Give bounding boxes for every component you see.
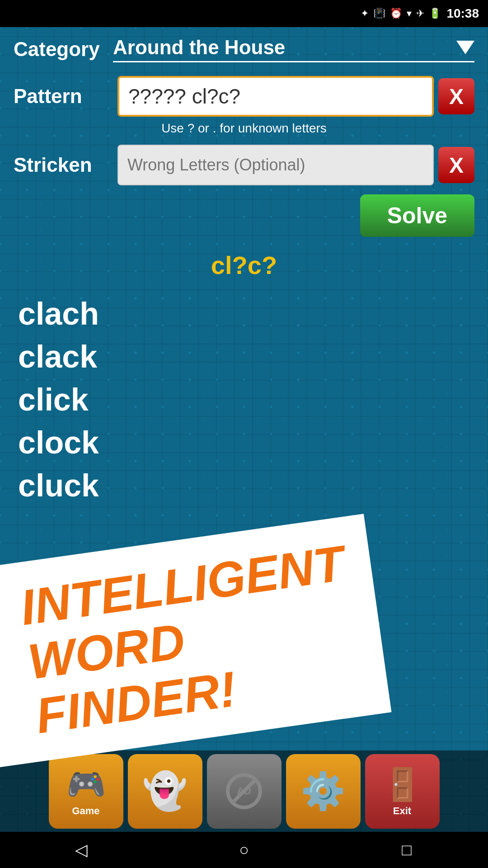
status-bar: ✦ 📳 ⏰ ▾ ✈ 🔋 10:38: [0, 0, 488, 27]
game-label: Game: [72, 805, 99, 817]
solve-button[interactable]: Solve: [360, 194, 474, 237]
battery-icon: 🔋: [429, 8, 441, 19]
word-list: clach clack click clock cluck: [14, 293, 474, 506]
ghost-icon: 👻: [142, 770, 188, 812]
home-button[interactable]: ○: [230, 836, 258, 863]
gear-icon: ⚙️: [300, 770, 346, 812]
back-icon: ◁: [75, 840, 88, 859]
stricken-row: Stricken X: [14, 145, 474, 185]
list-item[interactable]: clock: [14, 422, 474, 463]
status-icons: ✦ 📳 ⏰ ▾ ✈ 🔋: [361, 8, 441, 19]
category-label: Category: [14, 38, 113, 61]
wifi-icon: ▾: [407, 8, 412, 19]
airplane-icon: ✈: [416, 8, 424, 19]
exit-button[interactable]: 🚪 Exit: [365, 754, 440, 829]
main-content: Category Around the House Pattern X Use …: [0, 27, 488, 515]
nav-bar: ◁ ○ □: [0, 832, 488, 868]
settings-button[interactable]: ⚙️: [286, 754, 361, 829]
stricken-input[interactable]: [117, 145, 434, 185]
list-item[interactable]: clach: [14, 293, 474, 334]
solve-row: Solve: [14, 194, 474, 237]
recent-button[interactable]: □: [393, 836, 420, 863]
query-display: cl?c?: [14, 250, 474, 280]
stricken-clear-button[interactable]: X: [438, 147, 474, 183]
pattern-row: Pattern X: [14, 76, 474, 117]
pattern-clear-button[interactable]: X: [438, 78, 474, 114]
ghost-button[interactable]: 👻: [128, 754, 202, 829]
pattern-input[interactable]: [117, 76, 434, 117]
no-ads-button[interactable]: AD: [207, 754, 282, 829]
stricken-label: Stricken: [14, 154, 113, 176]
list-item[interactable]: click: [14, 379, 474, 420]
alarm-icon: ⏰: [390, 8, 402, 19]
category-row: Category Around the House: [14, 36, 474, 67]
vibrate-icon: 📳: [373, 8, 385, 19]
category-dropdown[interactable]: Around the House: [113, 36, 474, 62]
recent-icon: □: [402, 840, 412, 859]
bluetooth-icon: ✦: [361, 8, 369, 19]
list-item[interactable]: cluck: [14, 465, 474, 506]
category-value: Around the House: [113, 36, 285, 59]
pattern-hint: Use ? or . for unknown letters: [14, 121, 474, 136]
status-time: 10:38: [446, 6, 479, 21]
back-button[interactable]: ◁: [68, 836, 95, 863]
dropdown-arrow-icon: [456, 41, 474, 54]
game-button[interactable]: 🎮 Game: [49, 754, 123, 829]
game-icon: 🎮: [66, 766, 106, 803]
no-ads-icon: AD: [226, 773, 262, 809]
home-icon: ○: [239, 840, 249, 859]
bottom-toolbar: 🎮 Game 👻 AD ⚙️ 🚪 Exit: [0, 750, 488, 832]
list-item[interactable]: clack: [14, 336, 474, 377]
exit-icon: 🚪: [383, 766, 422, 803]
pattern-label: Pattern: [14, 85, 113, 108]
exit-label: Exit: [393, 805, 411, 817]
